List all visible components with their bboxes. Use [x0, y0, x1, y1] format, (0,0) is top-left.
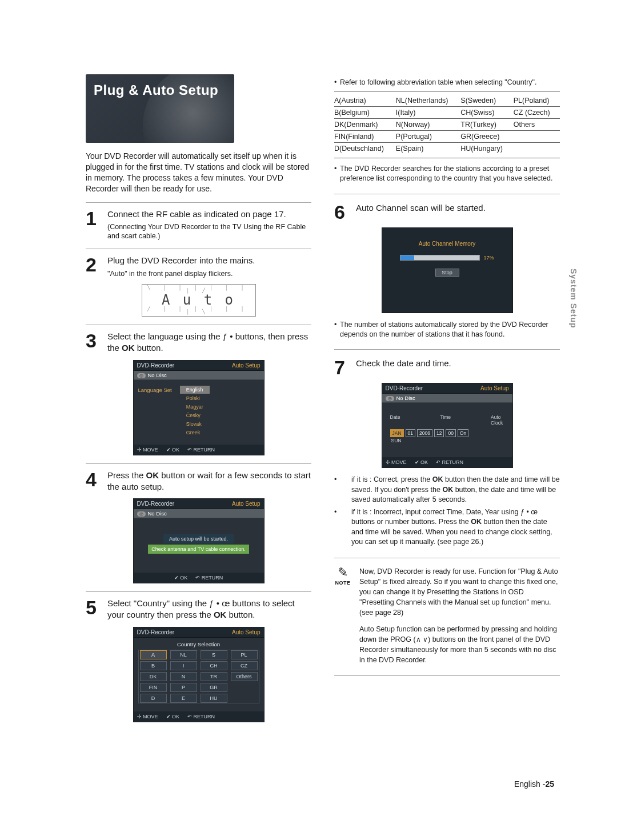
- country-cell: B: [140, 661, 167, 670]
- country-cell: S: [201, 650, 227, 659]
- step-number: 1: [86, 209, 102, 241]
- prog-chevron-icons: ∧ ∨: [416, 635, 428, 643]
- scan-percent: 17%: [483, 255, 494, 261]
- country-cell: HU: [201, 694, 227, 703]
- page-footer: English -25: [514, 779, 554, 789]
- step-3: 3 Select the language using the ƒ • butt…: [86, 331, 311, 354]
- datetime-chip: JAN: [390, 429, 404, 437]
- step-5: 5 Select "Country" using the ƒ • œ butto…: [86, 598, 311, 621]
- section-title: Plug & Auto Setup: [86, 74, 234, 143]
- country-cell: I: [170, 661, 197, 670]
- osd-country-select: DVD-RecorderAuto Setup Country Selection…: [133, 627, 265, 722]
- step-1: 1 Connect the RF cable as indicated on p…: [86, 209, 311, 241]
- front-panel-display: ╲ │ │ │ │ │ │ │ ╱ A u t o ╱ │ │ │ │ │ │ …: [142, 284, 256, 317]
- language-option: Slovak: [180, 420, 210, 428]
- country-cell: FIN: [140, 683, 167, 692]
- country-cell: DK: [140, 672, 167, 681]
- country-cell: P: [170, 683, 197, 692]
- dt-incorrect-note: if it is : Incorrect, input correct Time…: [334, 507, 560, 547]
- osd-channel-scan: Auto Channel Memory 17% Stop: [382, 227, 513, 313]
- language-option: English: [180, 386, 210, 394]
- language-option: Greek: [180, 429, 210, 437]
- datetime-chip: On: [458, 429, 468, 437]
- side-tab: System Setup: [569, 269, 578, 329]
- country-cell: E: [170, 694, 197, 703]
- step-number: 7: [334, 358, 350, 377]
- country-cell: PL: [231, 650, 258, 659]
- step-number: 5: [86, 598, 102, 621]
- datetime-chip: 2006: [417, 429, 432, 437]
- country-abbrev-note: Refer to following abbreviation table wh…: [334, 78, 560, 87]
- country-cell: CZ: [231, 661, 258, 670]
- datetime-chip: 01: [406, 429, 415, 437]
- osd-autosetup-message: DVD-RecorderAuto Setup ◎No Disc Auto set…: [133, 498, 265, 583]
- stations-found-note: The number of stations automatically sto…: [334, 320, 560, 339]
- scan-progress-bar: [400, 255, 480, 261]
- step-number: 2: [86, 255, 102, 278]
- language-option: Polski: [180, 394, 210, 402]
- intro-paragraph: Your DVD Recorder will automatically set…: [86, 151, 311, 194]
- country-cell: Others: [231, 672, 258, 681]
- step-4: 4 Press the OK button or wait for a few …: [86, 470, 311, 493]
- step-2: 2 Plug the DVD Recorder into the mains. …: [86, 255, 311, 278]
- language-option: Česky: [180, 411, 210, 419]
- note-icon: ✎: [334, 566, 351, 579]
- country-cell: CH: [201, 661, 227, 670]
- dt-correct-note: if it is : Correct, press the OK button …: [334, 475, 560, 505]
- country-cell: NL: [170, 650, 197, 659]
- datetime-chip: 12: [434, 429, 444, 437]
- datetime-chip: 00: [446, 429, 455, 437]
- step-6: 6 Auto Channel scan will be started.: [334, 202, 560, 222]
- step-number: 3: [86, 331, 102, 354]
- osd-date-time: DVD-RecorderAuto Setup ◎No Disc Date Tim…: [382, 383, 513, 468]
- section-title-text: Plug & Auto Setup: [94, 82, 218, 98]
- language-option: Magyar: [180, 403, 210, 411]
- step-number: 4: [86, 470, 102, 493]
- preset-list-note: The DVD Recorder searches for the statio…: [334, 164, 560, 183]
- country-cell: A: [140, 650, 167, 659]
- country-cell: GR: [201, 683, 227, 692]
- step-7: 7 Check the date and time.: [334, 358, 560, 377]
- language-set-label: Language Set: [138, 386, 172, 393]
- country-cell: N: [170, 672, 197, 681]
- step-number: 6: [334, 202, 350, 222]
- country-abbreviation-table: A(Austria)NL(Netherlands)S(Sweden)PL(Pol…: [334, 95, 560, 154]
- country-cell: TR: [201, 672, 227, 681]
- scan-stop-button: Stop: [435, 269, 459, 277]
- osd-language-select: DVD-RecorderAuto Setup ◎No Disc Language…: [133, 360, 265, 455]
- country-cell: D: [140, 694, 167, 703]
- note-label: NOTE: [334, 580, 351, 586]
- note-block: ✎ NOTE Now, DVD Recorder is ready for us…: [334, 566, 560, 665]
